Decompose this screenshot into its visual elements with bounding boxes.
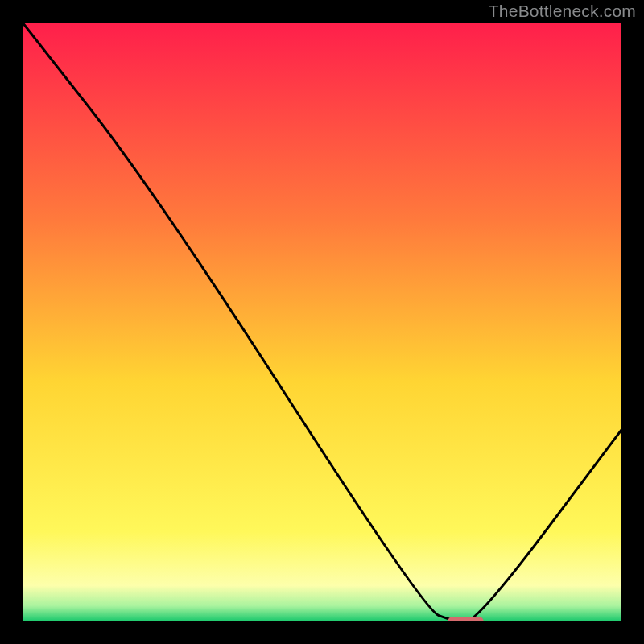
watermark-text: TheBottleneck.com [489,2,636,21]
chart-frame: TheBottleneck.com [0,0,644,644]
best-fit-marker [448,617,484,621]
gradient-bg [23,23,621,621]
bottleneck-chart [23,23,621,621]
